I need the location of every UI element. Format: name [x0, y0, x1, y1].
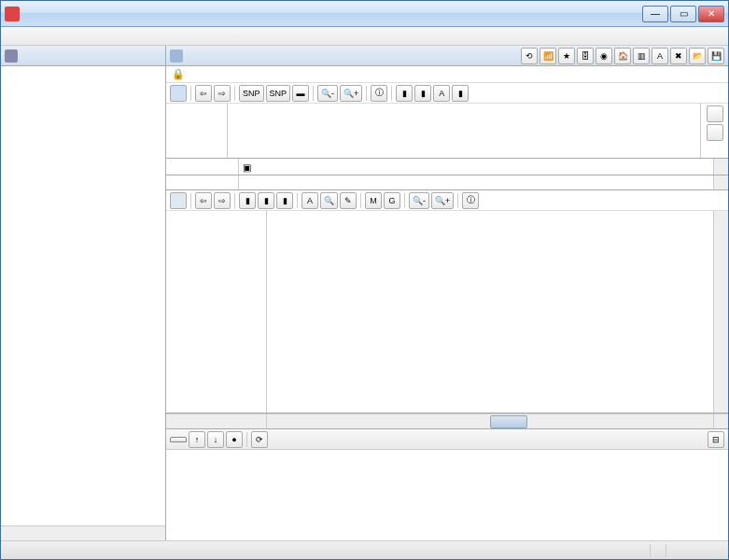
ana-collapse[interactable]: ⊟ [708, 431, 724, 448]
ov-snp-btn3[interactable]: ▬ [292, 85, 309, 102]
alignment-labels [166, 211, 267, 413]
hdr-btn-x[interactable]: ✖ [670, 48, 687, 64]
consensus-aa-row: ▣ [166, 159, 728, 175]
ov-va-btn[interactable] [707, 124, 723, 141]
overview-section: ⇦ ⇨ SNP SNP ▬ 🔍- 🔍+ ⓘ ▮ ▮ A ▮ [166, 83, 728, 159]
hdr-btn-wifi[interactable]: 📶 [540, 48, 556, 64]
ov-nav-prev[interactable]: ⇦ [195, 85, 212, 102]
sample-tree[interactable] [1, 66, 165, 525]
al-btn-2[interactable]: ▮ [258, 192, 274, 209]
ana-refresh[interactable]: ⟳ [251, 431, 268, 448]
sample-tree-panel [1, 46, 166, 540]
tree-scrollbar[interactable] [1, 525, 165, 540]
align-toolbar: ⇦ ⇨ ▮ ▮ ▮ A 🔍 ✎ M G 🔍- 🔍+ ⓘ [166, 190, 728, 211]
ov-marker-yellow[interactable]: ▮ [414, 85, 431, 102]
al-btn-a[interactable]: A [301, 192, 318, 209]
overview-toolbar: ⇦ ⇨ SNP SNP ▬ 🔍- 🔍+ ⓘ ▮ ▮ A ▮ [166, 83, 728, 104]
contig-header: ⟲ 📶 ★ 🗄 ◉ 🏠 ▥ A ✖ 📂 💾 [166, 46, 728, 66]
hdr-btn-a[interactable]: A [652, 48, 668, 64]
aa-toggle-icon[interactable]: ▣ [243, 162, 251, 173]
menu-bookmarks[interactable] [64, 35, 79, 38]
analysis-table[interactable] [166, 450, 728, 540]
overview-track[interactable] [228, 104, 700, 158]
edit-mode-bar: 🔒 [166, 66, 728, 83]
ov-marker-a[interactable]: A [433, 85, 450, 102]
ref-seq-button[interactable] [170, 85, 187, 102]
ov-marker-b[interactable]: ▮ [452, 85, 469, 102]
al-btn-3[interactable]: ▮ [276, 192, 293, 209]
app-icon [5, 7, 20, 21]
ana-bullet[interactable]: ● [226, 431, 243, 448]
consensus-aa-label [166, 159, 239, 175]
alignment-body [166, 211, 728, 413]
hdr-btn-save[interactable]: 💾 [708, 48, 724, 64]
ov-marker-red[interactable]: ▮ [396, 85, 413, 102]
ov-ref-btn[interactable] [707, 105, 723, 122]
hdr-btn-tree[interactable]: ▥ [633, 48, 650, 64]
alignment-sequence-view[interactable] [267, 211, 713, 413]
hdr-btn-1[interactable]: ⟲ [521, 48, 538, 64]
al-zoom-out[interactable]: 🔍- [409, 192, 429, 209]
al-nav-prev[interactable]: ⇦ [195, 192, 212, 209]
contig-icon [170, 49, 183, 63]
lock-icon: 🔒 [172, 68, 185, 80]
ov-nav-next[interactable]: ⇨ [214, 85, 231, 102]
menu-help[interactable] [79, 35, 94, 38]
al-zoom-in[interactable]: 🔍+ [431, 192, 454, 209]
hdr-btn-circle[interactable]: ◉ [596, 48, 612, 64]
ana-down[interactable]: ↓ [207, 431, 224, 448]
al-btn-q[interactable]: 🔍 [320, 192, 338, 209]
marks-row [166, 175, 728, 190]
al-nav-next[interactable]: ⇨ [214, 192, 231, 209]
marks-track[interactable] [239, 175, 713, 189]
menubar [1, 27, 728, 46]
hdr-btn-star[interactable]: ★ [558, 48, 575, 64]
minimize-button[interactable]: — [642, 6, 668, 22]
menu-tools[interactable] [35, 35, 49, 38]
ov-zoom-out[interactable]: 🔍- [317, 85, 338, 102]
menu-file[interactable] [5, 35, 20, 38]
statusbar [1, 540, 728, 559]
ov-snp-btn1[interactable]: SNP [239, 85, 264, 102]
analysis-section: ↑ ↓ ● ⟳ ⊟ [166, 428, 728, 540]
ana-up[interactable]: ↑ [189, 431, 205, 448]
al-btn-m[interactable]: M [365, 192, 382, 209]
contig-tab[interactable] [170, 192, 187, 209]
menu-navigation[interactable] [49, 35, 64, 38]
marks-scrollbar[interactable] [713, 175, 728, 189]
ov-info[interactable]: ⓘ [371, 85, 387, 102]
analysis-toolbar: ↑ ↓ ● ⟳ ⊟ [166, 429, 728, 450]
hdr-btn-home[interactable]: 🏠 [614, 48, 631, 64]
sample-tree-header[interactable] [1, 46, 165, 66]
ov-zoom-in[interactable]: 🔍+ [340, 85, 362, 102]
close-button[interactable]: ✕ [698, 6, 724, 22]
analysis-tab[interactable] [170, 437, 187, 442]
al-btn-1[interactable]: ▮ [239, 192, 256, 209]
al-info[interactable]: ⓘ [462, 192, 479, 209]
al-btn-g[interactable]: G [384, 192, 400, 209]
refseq-label [166, 119, 227, 120]
aa-scrollbar[interactable] [713, 159, 728, 175]
hdr-btn-open[interactable]: 📂 [689, 48, 706, 64]
titlebar[interactable]: — ▭ ✕ [1, 1, 728, 27]
maximize-button[interactable]: ▭ [670, 6, 696, 22]
hdr-btn-db[interactable]: 🗄 [577, 48, 594, 64]
ov-snp-btn2[interactable]: SNP [266, 85, 291, 102]
al-btn-edit[interactable]: ✎ [340, 192, 357, 209]
align-scroll-horizontal[interactable] [166, 413, 728, 428]
consensus-aa-track[interactable]: ▣ [239, 159, 713, 175]
menu-options[interactable] [20, 35, 35, 38]
align-scroll-vertical[interactable] [713, 211, 728, 413]
samples-icon [5, 49, 18, 63]
